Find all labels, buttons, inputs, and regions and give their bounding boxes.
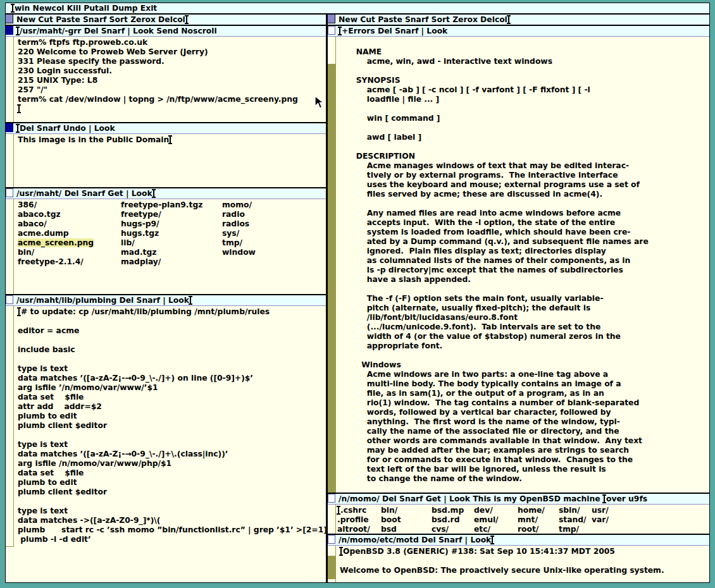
window-errors: +Errors Del Snarf | Look NAME acme, win,…: [328, 25, 709, 493]
window-motd: /n/momo/etc/motd Del Snarf | Look OpenBS…: [328, 534, 709, 582]
window-clean-box-icon[interactable]: [6, 188, 13, 197]
motd-body: OpenBSD 3.8 (GENERIC) #138: Sat Sep 10 1…: [328, 546, 709, 582]
main-tag-text[interactable]: win Newcol Kill Putall Dump Exit: [15, 4, 157, 13]
motd-scrollbar[interactable]: [328, 546, 336, 582]
public-domain-scrollbar[interactable]: [6, 134, 14, 187]
window-plumbing: /usr/maht/lib/plumbing Del Snarf | Look …: [6, 294, 326, 582]
listing-column[interactable]: .cshrc .profile altroot/: [337, 506, 381, 534]
right-column: New Cut Paste Snarf Sort Zerox Delcol +E…: [326, 15, 709, 582]
acme-desktop: { "colors": { "frame": "#58a9a3", "body_…: [0, 0, 715, 588]
selected-file[interactable]: acme_screen.png: [18, 238, 94, 247]
usr-maht-body: 386/ abaco.tgz abaco/ acme.dump acme_scr…: [6, 199, 326, 294]
window-clean-box-icon[interactable]: [6, 295, 13, 304]
window-usr-maht: /usr/maht/ Del Snarf Get | Look 386/ aba…: [6, 187, 326, 294]
text-caret: [190, 297, 191, 304]
text-caret: [492, 536, 493, 544]
momo-tag-text-before[interactable]: /n/momo/ Del Snarf Get | Look This is my…: [339, 494, 603, 503]
text-caret: [18, 105, 20, 113]
text-caret: [17, 125, 18, 132]
window-clean-box-icon[interactable]: [328, 494, 335, 503]
terminal-tag-bar[interactable]: /usr/maht/-grr Del Snarf | Look Send Nos…: [6, 26, 326, 37]
listing-column[interactable]: dev/ emul/ etc/: [474, 506, 518, 534]
text-caret: [508, 16, 509, 23]
window-terminal: /usr/maht/-grr Del Snarf | Look Send Nos…: [6, 25, 326, 122]
terminal-tag-text[interactable]: /usr/maht/-grr Del Snarf | Look Send Nos…: [20, 27, 217, 35]
motd-text[interactable]: OpenBSD 3.8 (GENERIC) #138: Sat Sep 10 1…: [336, 546, 709, 582]
right-column-tag-text[interactable]: New Cut Paste Snarf Sort Zerox Delcol: [339, 15, 507, 24]
errors-text[interactable]: NAME acme, win, awd - interactive text w…: [336, 37, 709, 493]
left-column-tag-bar[interactable]: New Cut Paste Snarf Sort Zerox Delcol: [6, 15, 326, 25]
column-dragbox-icon[interactable]: [328, 15, 335, 23]
public-domain-text[interactable]: This image is in the Public Domain: [14, 134, 326, 187]
text-caret: [17, 27, 18, 35]
text-caret: [18, 308, 20, 315]
momo-tag-bar[interactable]: /n/momo/ Del Snarf Get | Look This is my…: [328, 494, 709, 505]
plumbing-body: # to update: cp /usr/maht/lib/plumbing /…: [6, 306, 326, 582]
text-caret: [338, 506, 339, 514]
listing-column[interactable]: home/ mnt/ root/: [518, 506, 559, 534]
plumbing-tag-bar[interactable]: /usr/maht/lib/plumbing Del Snarf | Look: [6, 295, 326, 306]
acme-screen: win Newcol Kill Putall Dump Exit New Cut…: [5, 3, 710, 583]
terminal-body: term% ftpfs ftp.proweb.co.uk 220 Welcome…: [6, 37, 326, 122]
main-tag-bar[interactable]: win Newcol Kill Putall Dump Exit: [6, 3, 709, 15]
window-public-domain: Del Snarf Undo | Look This image is in t…: [6, 122, 326, 187]
text-caret: [153, 190, 154, 197]
momo-tag-text-after[interactable]: over u9fs: [606, 494, 647, 503]
plumbing-text[interactable]: # to update: cp /usr/maht/lib/plumbing /…: [14, 306, 326, 582]
window-dirty-box-icon[interactable]: [6, 26, 13, 35]
momo-listing[interactable]: .cshrc .profile altroot/bin/ boot bsdbsd…: [336, 505, 709, 534]
scrollbar-shade: [328, 64, 335, 493]
window-clean-box-icon[interactable]: [328, 535, 335, 544]
plumbing-scrollbar[interactable]: [6, 306, 14, 547]
momo-scrollbar[interactable]: [328, 505, 336, 534]
listing-column[interactable]: 386/ abaco.tgz abaco/ acme.dump acme_scr…: [18, 200, 121, 267]
usr-maht-listing[interactable]: 386/ abaco.tgz abaco/ acme.dump acme_scr…: [14, 199, 326, 294]
motd-tag-bar[interactable]: /n/momo/etc/motd Del Snarf | Look: [328, 535, 709, 546]
text-caret: [339, 27, 340, 35]
listing-column[interactable]: bsd.mp bsd.rd cvs/: [432, 506, 474, 534]
mouse-cursor-icon: [314, 95, 325, 109]
column-dragbox-icon[interactable]: [6, 15, 13, 23]
listing-column[interactable]: freetype-plan9.tgz freetype/ hugs-p9/ hu…: [121, 200, 222, 267]
usr-maht-scrollbar[interactable]: [6, 199, 14, 294]
window-momo: /n/momo/ Del Snarf Get | Look This is my…: [328, 493, 709, 534]
public-domain-tag-text[interactable]: Del Snarf Undo | Look: [20, 124, 115, 133]
plumbing-tag-text[interactable]: /usr/maht/lib/plumbing Del Snarf | Look: [16, 296, 189, 305]
usr-maht-tag-bar[interactable]: /usr/maht/ Del Snarf Get | Look: [6, 188, 326, 199]
errors-scrollbar[interactable]: [328, 37, 336, 493]
window-dirty-box-icon[interactable]: [6, 123, 13, 132]
window-clean-box-icon[interactable]: [328, 26, 335, 35]
text-caret: [340, 548, 342, 555]
listing-column[interactable]: usr/ var/: [592, 506, 609, 525]
terminal-text[interactable]: term% ftpfs ftp.proweb.co.uk 220 Welcome…: [14, 37, 326, 122]
public-domain-tag-bar[interactable]: Del Snarf Undo | Look: [6, 123, 326, 134]
left-column: New Cut Paste Snarf Sort Zerox Delcol /u…: [6, 15, 326, 582]
listing-column[interactable]: bin/ boot bsd: [381, 506, 432, 534]
listing-column[interactable]: sbin/ stand/ tmp/: [559, 506, 592, 534]
text-caret: [604, 495, 605, 503]
left-column-tag-text[interactable]: New Cut Paste Snarf Sort Zerox Delcol: [16, 15, 185, 24]
errors-tag-bar[interactable]: +Errors Del Snarf | Look: [328, 26, 709, 37]
scrollbar-shade: [328, 556, 335, 579]
text-caret: [186, 16, 187, 23]
momo-body: .cshrc .profile altroot/bin/ boot bsdbsd…: [328, 505, 709, 534]
errors-tag-text[interactable]: +Errors Del Snarf | Look: [342, 27, 447, 35]
public-domain-body: This image is in the Public Domain: [6, 134, 326, 187]
listing-column[interactable]: momo/ radio radios sys/ tmp/ window: [222, 200, 256, 257]
columns: New Cut Paste Snarf Sort Zerox Delcol /u…: [6, 15, 709, 582]
errors-body: NAME acme, win, awd - interactive text w…: [328, 37, 709, 493]
text-caret: [170, 136, 171, 144]
motd-tag-text[interactable]: /n/momo/etc/motd Del Snarf | Look: [339, 536, 491, 544]
text-caret: [12, 4, 13, 12]
usr-maht-tag-text[interactable]: /usr/maht/ Del Snarf Get | Look: [16, 189, 152, 198]
terminal-scrollbar[interactable]: [6, 37, 14, 122]
right-column-tag-bar[interactable]: New Cut Paste Snarf Sort Zerox Delcol: [328, 15, 709, 25]
